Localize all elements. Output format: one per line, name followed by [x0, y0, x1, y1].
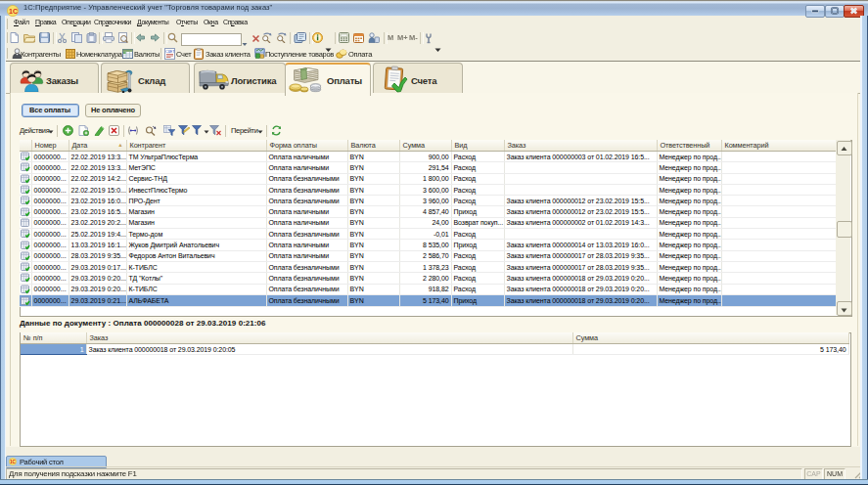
svg-text:1С: 1С: [9, 8, 18, 15]
svg-text:1С: 1С: [10, 460, 17, 464]
svg-text:СЧЕТ: СЧЕТ: [165, 49, 175, 53]
